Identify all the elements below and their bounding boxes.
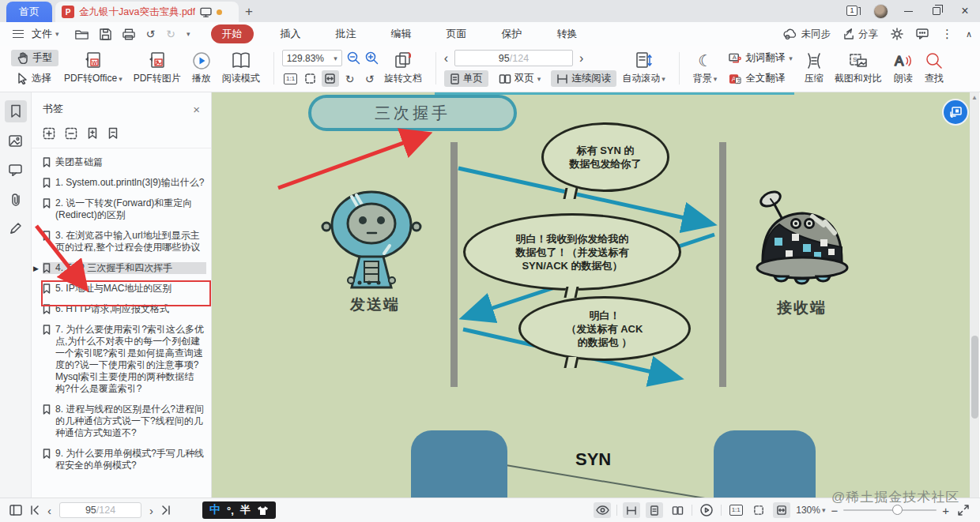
undo-button[interactable]: ↺ [146, 28, 156, 40]
double-page-button[interactable] [669, 502, 686, 518]
find-button[interactable]: 查找 [919, 49, 949, 88]
first-page-button[interactable] [30, 505, 40, 515]
bookmark-item[interactable]: 2. 说一下转发(Forward)和重定向(Redirect)的区别 [43, 197, 206, 221]
thumbnails-panel-button[interactable] [5, 130, 27, 152]
bookmark-item[interactable]: 9. 为什么要用单例模式?手写几种线程安全的单例模式? [43, 448, 206, 471]
new-tab-button[interactable]: + [239, 2, 259, 22]
toggle-panel-button[interactable] [9, 505, 22, 516]
convert-float-button[interactable] [944, 100, 967, 124]
user-avatar[interactable] [873, 4, 888, 19]
scrollbar-thumb[interactable] [971, 336, 978, 419]
next-page-button[interactable]: › [579, 51, 583, 66]
restore-button[interactable] [928, 3, 945, 19]
screenshot-compare-button[interactable]: S 截图和对比 [829, 49, 888, 88]
zoom-level[interactable]: 130% ▾ [796, 505, 825, 516]
zoom-in-button[interactable] [365, 51, 379, 65]
window-list-button[interactable]: 1 [846, 5, 862, 17]
full-translate-button[interactable]: A文 全文翻译 [722, 70, 799, 87]
close-button[interactable]: × [956, 3, 974, 19]
fit-page-button[interactable] [302, 70, 319, 87]
single-page-button[interactable] [646, 502, 663, 518]
comments-panel-button[interactable] [5, 159, 27, 181]
next-page-button[interactable]: › [149, 504, 153, 517]
zoom-value-select[interactable]: 129.83%▾ [282, 50, 342, 66]
signature-panel-button[interactable] [5, 217, 27, 239]
page-number-input[interactable]: 95/124 [59, 502, 141, 518]
page-number-input[interactable]: 95/124 [454, 50, 573, 66]
select-tool-button[interactable]: 选择 [11, 70, 58, 87]
hand-tool-button[interactable]: 手型 [11, 50, 58, 66]
play-button[interactable] [698, 502, 715, 518]
zoom-slider[interactable] [843, 509, 937, 511]
prev-page-button[interactable]: ‹ [444, 51, 448, 66]
fit-width-button[interactable] [773, 502, 790, 518]
compress-button[interactable]: 压缩 [799, 49, 829, 88]
share-button[interactable]: 分享 [843, 28, 878, 41]
actual-size-button[interactable]: 1:1 [282, 70, 300, 87]
attachments-panel-button[interactable] [5, 188, 27, 210]
collapse-ribbon-button[interactable]: ∧ [966, 29, 972, 39]
fit-page-button[interactable] [750, 502, 767, 518]
document-tab[interactable]: P 金九银十Java突击宝典.pdf [55, 2, 239, 22]
delete-bookmark-button[interactable] [107, 127, 119, 140]
continuous-read-button[interactable]: 连续阅读 [551, 70, 616, 87]
tab-protect[interactable]: 保护 [494, 24, 530, 43]
collapse-all-button[interactable] [65, 127, 77, 140]
open-file-button[interactable] [75, 28, 89, 40]
word-translate-button[interactable]: A 划词翻译▾ [722, 50, 799, 66]
home-tab[interactable]: 首页 [6, 2, 52, 22]
expand-all-button[interactable] [43, 127, 55, 140]
redo-button[interactable]: ↻ [166, 28, 175, 40]
continuous-read-button[interactable] [623, 502, 640, 518]
pdf-page[interactable]: 三次握手 标有 SYN 的 数据包发给你了 明白！我收到你发给我的 数据包了！（… [212, 92, 970, 498]
rotate-cw-button[interactable]: ↻ [341, 70, 359, 87]
more-menu-button[interactable]: ⋮ [941, 27, 953, 41]
sync-status-button[interactable]: 未同步 [783, 28, 831, 41]
feedback-button[interactable] [916, 28, 929, 39]
add-bookmark-button[interactable] [87, 127, 98, 140]
tab-page[interactable]: 页面 [439, 24, 475, 43]
bookmark-item[interactable]: 7. 为什么要使用索引?索引这么多优点,为什么不对表中的每一个列创建一个索引呢?… [43, 324, 206, 395]
scroll-up-arrow[interactable]: ▲ [971, 94, 978, 101]
bookmark-item[interactable]: 1. System.out.println(3|9)输出什么? [43, 177, 206, 189]
print-button[interactable] [122, 28, 135, 40]
file-menu-button[interactable]: 文件 ▾ [8, 24, 64, 44]
expand-arrow-icon[interactable]: ▶ [33, 263, 39, 275]
presentation-icon[interactable] [200, 7, 212, 17]
bookmarks-panel-button[interactable] [5, 100, 27, 122]
settings-button[interactable] [891, 28, 903, 40]
tab-edit[interactable]: 编辑 [383, 24, 420, 43]
read-mode-button[interactable]: 阅读模式 [217, 49, 266, 88]
panel-close-button[interactable]: × [193, 103, 200, 116]
pdf-to-office-button[interactable]: W PDF转Office▾ [58, 49, 128, 88]
tab-start[interactable]: 开始 [211, 24, 254, 43]
ime-indicator[interactable]: 中 °, 半 [202, 501, 276, 519]
tab-insert[interactable]: 插入 [273, 24, 309, 43]
zoom-out-button[interactable] [347, 51, 360, 65]
double-page-button[interactable]: 双页▾ [493, 70, 547, 87]
last-page-button[interactable] [161, 505, 171, 515]
bookmark-item-selected[interactable]: ▶4. TCP 三次握手和四次挥手 [43, 262, 206, 274]
play-button[interactable]: 播放 [187, 49, 217, 88]
actual-size-button[interactable]: 1:1 [727, 502, 744, 518]
save-button[interactable] [100, 28, 111, 40]
eye-protect-button[interactable] [594, 502, 611, 518]
tab-convert[interactable]: 转换 [549, 24, 586, 43]
prev-page-button[interactable]: ‹ [47, 504, 51, 517]
bookmark-icon [43, 231, 51, 241]
bookmark-item[interactable]: 3. 在浏览器中输入url地址到显示主页的过程,整个过程会使用哪些协议 [43, 230, 206, 253]
qat-more-button[interactable]: ▾ [187, 30, 190, 38]
bookmark-item[interactable]: 8. 进程与线程的区别是什么?进程间的几种通信方式说一下?线程间的几种通信方式知… [43, 404, 206, 439]
rotate-document-button[interactable]: 旋转文档 [379, 49, 428, 88]
background-button[interactable]: ☾ 背景▾ [688, 49, 723, 88]
rotate-ccw-button[interactable]: ↺ [361, 70, 379, 87]
fit-width-button[interactable] [322, 70, 339, 87]
tab-comment[interactable]: 批注 [328, 24, 364, 43]
read-aloud-button[interactable]: A 朗读 [888, 49, 919, 88]
minimize-button[interactable] [899, 3, 917, 19]
bookmark-item[interactable]: 美团基础篇 [43, 156, 206, 168]
auto-scroll-button[interactable]: 自动滚动▾ [616, 49, 671, 88]
pdf-to-image-button[interactable]: PDF转图片 [128, 49, 187, 88]
single-page-button[interactable]: 单页 [444, 70, 488, 87]
vertical-scrollbar[interactable]: ▲ [970, 92, 979, 498]
